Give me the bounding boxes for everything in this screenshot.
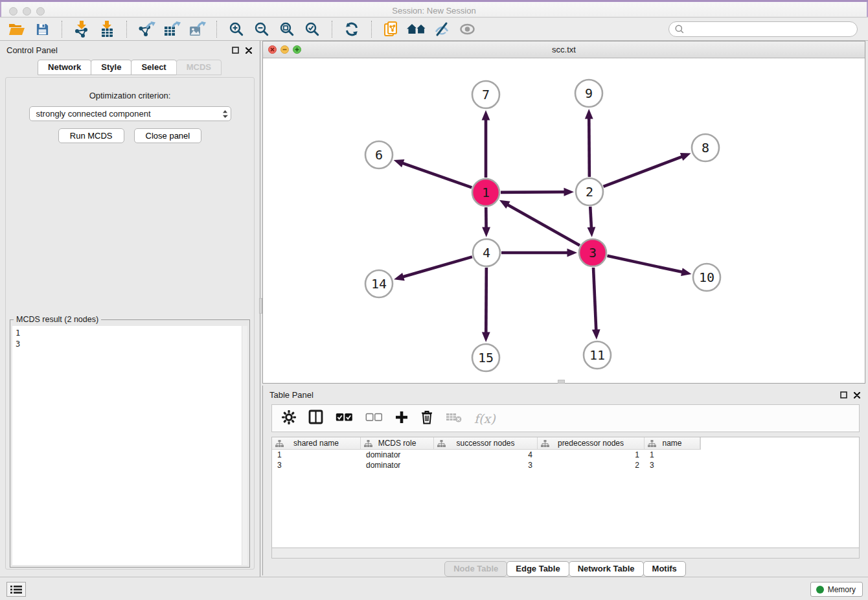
table-cell[interactable]: 3 xyxy=(434,460,538,470)
clone-network-icon[interactable] xyxy=(381,19,402,39)
edge-1-2[interactable] xyxy=(501,192,565,192)
select-all-rows-icon[interactable] xyxy=(336,413,353,424)
column-header-MCDS-role[interactable]: MCDS role xyxy=(361,437,434,449)
task-history-button[interactable] xyxy=(6,582,26,597)
search-box[interactable] xyxy=(668,21,858,37)
node-table[interactable]: shared nameMCDS rolesuccessor nodesprede… xyxy=(271,437,860,548)
node-1[interactable]: 1 xyxy=(472,179,499,206)
table-cell[interactable]: 1 xyxy=(538,450,645,460)
edge-4-15[interactable] xyxy=(486,268,486,334)
table-cell[interactable]: dominator xyxy=(361,450,434,460)
node-15[interactable]: 15 xyxy=(472,344,499,371)
table-cell[interactable]: 3 xyxy=(645,460,700,470)
deselect-all-rows-icon[interactable] xyxy=(365,413,383,424)
toolbar-separator xyxy=(62,21,62,38)
edge-arrowhead xyxy=(394,159,405,167)
search-input[interactable] xyxy=(688,24,851,35)
column-header-predecessor-nodes[interactable]: predecessor nodes xyxy=(538,437,645,449)
column-header-shared-name[interactable]: shared name xyxy=(272,437,361,449)
delete-table-icon xyxy=(446,412,462,425)
table-cell[interactable]: dominator xyxy=(361,460,434,470)
run-mcds-button[interactable]: Run MCDS xyxy=(58,128,124,143)
zoom-out-icon[interactable] xyxy=(251,19,272,39)
edge-arrowhead xyxy=(585,109,593,119)
tab-select[interactable]: Select xyxy=(131,60,176,75)
apply-layout-icon[interactable] xyxy=(341,19,362,39)
tab-style[interactable]: Style xyxy=(91,60,131,75)
import-network-icon[interactable] xyxy=(71,19,92,39)
app-title: Session: New Session xyxy=(0,6,868,16)
tab-network-table[interactable]: Network Table xyxy=(569,561,644,577)
toggle-column-panel-icon[interactable] xyxy=(308,410,323,427)
tab-network[interactable]: Network xyxy=(38,60,91,75)
close-panel-icon[interactable] xyxy=(246,47,252,54)
control-panel: Control Panel NetworkStyleSelectMCDS Opt… xyxy=(0,41,260,577)
edge-2-8[interactable] xyxy=(604,156,683,187)
table-hscroll-strip[interactable] xyxy=(271,548,860,559)
zoom-in-icon[interactable] xyxy=(226,19,247,39)
close-panel-icon[interactable] xyxy=(854,392,860,398)
delete-row-icon[interactable] xyxy=(420,410,433,427)
node-14[interactable]: 14 xyxy=(365,270,393,297)
edge-2-3[interactable] xyxy=(590,207,591,229)
table-cell[interactable]: 1 xyxy=(272,450,361,460)
hide-selected-icon[interactable] xyxy=(431,19,452,39)
node-2[interactable]: 2 xyxy=(576,178,603,205)
node-7[interactable]: 7 xyxy=(472,81,499,108)
tab-node-table[interactable]: Node Table xyxy=(444,561,507,577)
table-settings-icon[interactable] xyxy=(282,410,296,427)
node-9[interactable]: 9 xyxy=(575,80,602,107)
edge-3-10[interactable] xyxy=(607,256,683,272)
result-scrollbar[interactable] xyxy=(242,326,247,565)
tab-mcds[interactable]: MCDS xyxy=(176,60,222,75)
export-table-icon[interactable] xyxy=(161,19,182,39)
first-neighbors-icon[interactable] xyxy=(406,19,427,39)
mcds-result-text[interactable]: 13 xyxy=(12,326,247,565)
criterion-dropdown[interactable]: strongly connected component xyxy=(29,106,231,121)
node-3[interactable]: 3 xyxy=(579,239,606,266)
network-canvas[interactable]: 1234678910111415 xyxy=(263,58,865,383)
import-table-icon[interactable] xyxy=(97,19,117,39)
table-row[interactable]: 1dominator411 xyxy=(272,450,859,460)
export-image-icon[interactable] xyxy=(187,19,207,39)
float-panel-icon[interactable] xyxy=(232,47,239,54)
function-builder-icon: f(x) xyxy=(474,411,496,426)
column-header-successor-nodes[interactable]: successor nodes xyxy=(434,437,538,449)
table-panel-title: Table Panel xyxy=(269,390,840,400)
edge-arrowhead xyxy=(564,188,574,196)
edge-arrowhead xyxy=(567,249,578,257)
table-panel-tabs: Node TableEdge TableNetwork TableMotifs xyxy=(263,561,868,577)
svg-text:9: 9 xyxy=(585,86,593,101)
save-session-icon[interactable] xyxy=(32,19,52,39)
table-cell[interactable]: 3 xyxy=(272,460,361,470)
zoom-selected-icon[interactable] xyxy=(302,19,323,39)
close-panel-button[interactable]: Close panel xyxy=(134,128,202,143)
export-network-icon[interactable] xyxy=(136,19,157,39)
node-4[interactable]: 4 xyxy=(473,239,500,266)
fit-content-icon[interactable] xyxy=(277,19,297,39)
edge-2-9[interactable] xyxy=(589,117,589,177)
open-session-icon[interactable] xyxy=(6,19,27,39)
edge-4-14[interactable] xyxy=(402,257,472,277)
network-window-title: scc.txt xyxy=(263,45,865,54)
node-8[interactable]: 8 xyxy=(692,134,719,161)
horizontal-splitter-handle[interactable] xyxy=(558,380,565,384)
tab-edge-table[interactable]: Edge Table xyxy=(507,561,569,577)
float-panel-icon[interactable] xyxy=(840,391,847,398)
edge-3-1[interactable] xyxy=(507,204,580,245)
node-6[interactable]: 6 xyxy=(365,141,393,168)
node-10[interactable]: 10 xyxy=(693,264,720,291)
edge-3-11[interactable] xyxy=(593,268,596,331)
table-cell[interactable]: 2 xyxy=(538,460,645,470)
list-icon xyxy=(10,585,22,594)
table-cell[interactable]: 1 xyxy=(645,450,700,460)
column-header-name[interactable]: name xyxy=(645,437,700,449)
add-row-icon[interactable] xyxy=(395,411,408,426)
memory-button[interactable]: Memory xyxy=(810,582,863,597)
node-11[interactable]: 11 xyxy=(584,341,611,369)
tab-motifs[interactable]: Motifs xyxy=(643,561,686,577)
control-panel-tabs: NetworkStyleSelectMCDS xyxy=(0,60,260,75)
table-cell[interactable]: 4 xyxy=(434,450,538,460)
edge-1-6[interactable] xyxy=(402,163,472,187)
table-row[interactable]: 3dominator323 xyxy=(272,460,859,470)
